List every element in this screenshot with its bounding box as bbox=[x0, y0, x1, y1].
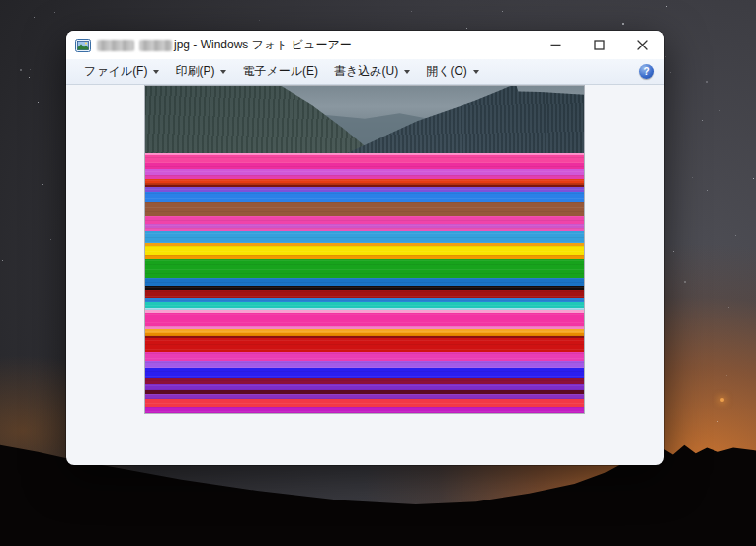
displayed-photo bbox=[145, 86, 584, 413]
image-stripe bbox=[145, 352, 584, 361]
window-title: jpg - Windows フォト ビューアー bbox=[174, 37, 352, 53]
maximize-button[interactable] bbox=[584, 31, 614, 59]
image-stripe bbox=[145, 155, 584, 163]
menu-item-label: ファイル(F) bbox=[84, 63, 147, 80]
image-stripe bbox=[145, 202, 584, 216]
menu-item-2[interactable]: 印刷(P) bbox=[167, 59, 234, 84]
help-button[interactable]: ? bbox=[639, 64, 654, 79]
title-bar: jpg - Windows フォト ビューアー bbox=[66, 31, 664, 59]
close-button[interactable] bbox=[628, 31, 657, 59]
minimize-button[interactable] bbox=[541, 31, 570, 59]
image-stripe bbox=[145, 216, 584, 224]
bright-star bbox=[720, 398, 724, 402]
image-stripe bbox=[145, 192, 584, 202]
menu-item-label: 印刷(P) bbox=[175, 63, 214, 80]
menu-item-5[interactable]: 開く(O) bbox=[418, 59, 487, 84]
chevron-down-icon bbox=[473, 70, 479, 74]
photo-viewer-window: jpg - Windows フォト ビューアー ファイル(F)印刷(P)電子メー… bbox=[66, 31, 664, 465]
viewer-content-area bbox=[66, 85, 664, 465]
menu-item-4[interactable]: 書き込み(U) bbox=[326, 59, 418, 84]
photo-mountain-section bbox=[145, 86, 584, 153]
image-stripe bbox=[145, 246, 584, 255]
menu-items: ファイル(F)印刷(P)電子メール(E)書き込み(U)開く(O) bbox=[76, 59, 487, 84]
image-stripe bbox=[145, 338, 584, 352]
stripes bbox=[145, 153, 584, 413]
chevron-down-icon bbox=[220, 70, 226, 74]
image-stripe bbox=[145, 290, 584, 298]
chevron-down-icon bbox=[404, 70, 410, 74]
censored-filename-block bbox=[139, 40, 172, 51]
menu-bar: ファイル(F)印刷(P)電子メール(E)書き込み(U)開く(O) ? bbox=[66, 59, 664, 85]
menu-item-1[interactable]: ファイル(F) bbox=[76, 59, 167, 84]
image-stripe bbox=[145, 361, 584, 368]
image-stripe bbox=[145, 231, 584, 243]
censored-filename-block bbox=[97, 40, 134, 51]
image-stripe bbox=[145, 278, 584, 286]
menu-item-label: 電子メール(E) bbox=[242, 63, 318, 80]
image-stripe bbox=[145, 399, 584, 407]
chevron-down-icon bbox=[153, 70, 159, 74]
menu-item-label: 書き込み(U) bbox=[334, 63, 398, 80]
image-stripe bbox=[145, 313, 584, 326]
image-stripe bbox=[145, 407, 584, 413]
menu-item-label: 開く(O) bbox=[426, 63, 467, 80]
image-stripe bbox=[145, 259, 584, 278]
help-icon: ? bbox=[643, 66, 649, 77]
image-stripe bbox=[145, 368, 584, 378]
menu-item-3[interactable]: 電子メール(E) bbox=[234, 59, 326, 84]
photo-viewer-app-icon[interactable] bbox=[75, 38, 91, 53]
window-controls bbox=[527, 31, 664, 59]
